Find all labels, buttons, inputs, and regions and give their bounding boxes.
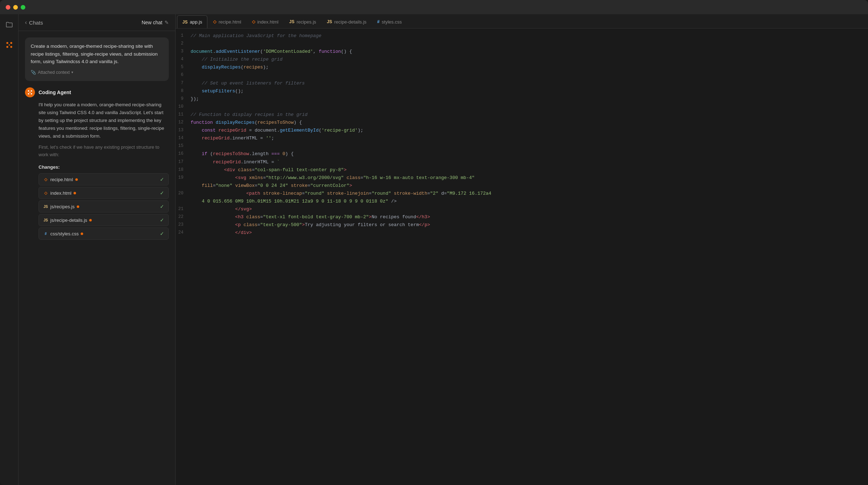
editor-tab-styles-css[interactable]: #styles.css <box>372 15 407 28</box>
editor-tab-app-js[interactable]: JSapp.js <box>177 15 207 28</box>
line-number: 1 <box>176 32 191 39</box>
editor-tab-index-html[interactable]: ◇index.html <box>247 15 283 28</box>
chat-header-left: ‹ Chats <box>25 19 43 26</box>
svg-point-1 <box>10 42 12 44</box>
change-item-name: js/recipes.js <box>50 204 75 209</box>
line-number: 5 <box>176 63 191 71</box>
minimize-button[interactable] <box>13 5 18 10</box>
change-item-name: recipe.html <box>50 177 73 182</box>
edit-icon[interactable]: ✎ <box>165 20 169 25</box>
change-item[interactable]: #css/styles.css✓ <box>39 228 169 240</box>
line-code <box>191 103 861 111</box>
code-line: 15 <box>176 142 868 150</box>
new-chat-label: New chat <box>142 20 162 25</box>
line-code <box>191 71 861 79</box>
chevron-down-icon: ▾ <box>71 70 73 75</box>
change-item-name: js/recipe-details.js <box>50 218 87 223</box>
line-code: function displayRecipes(recipesToShow) { <box>191 119 861 127</box>
sidebar-item-files[interactable] <box>3 19 16 31</box>
agent-fade-text: First, let's check if we have any existi… <box>39 144 169 159</box>
icon-sidebar <box>0 14 19 485</box>
svg-point-4 <box>9 44 10 46</box>
line-number: 14 <box>176 134 191 142</box>
change-dot <box>74 192 76 194</box>
code-line: 6 <box>176 71 868 79</box>
line-number: 18 <box>176 166 191 173</box>
code-line: 22 <h3 class="text-xl font-bold text-gra… <box>176 213 868 221</box>
chats-label[interactable]: Chats <box>29 20 43 26</box>
code-line: 4 // Initialize the recipe grid <box>176 56 868 63</box>
check-icon: ✓ <box>160 217 164 223</box>
changes-section: Changes: ◇recipe.html✓◇index.html✓JSjs/r… <box>25 164 169 240</box>
code-line: 17 recipeGrid.innerHTML = ` <box>176 158 868 166</box>
chat-panel: ‹ Chats New chat ✎ Create a modern, oran… <box>19 14 176 485</box>
tab-label: recipe-details.js <box>334 19 367 25</box>
traffic-lights <box>6 5 25 10</box>
code-line: 19 <svg xmlns="http://www.w3.org/2000/sv… <box>176 174 868 182</box>
line-code: // Initialize the recipe grid <box>191 56 861 63</box>
user-message-bubble: Create a modern, orange-themed recipe-sh… <box>25 37 169 81</box>
line-code: document.addEventListener('DOMContentLoa… <box>191 48 861 56</box>
code-line: 21 </svg> <box>176 205 868 213</box>
svg-point-7 <box>28 93 29 95</box>
editor-tab-recipes-js[interactable]: JSrecipes.js <box>284 15 321 28</box>
svg-point-5 <box>28 90 29 92</box>
code-line: 20 <path stroke-linecap="round" stroke-l… <box>176 190 868 198</box>
agent-avatar <box>25 87 35 97</box>
line-code: if (recipesToShow.length === 0) { <box>191 150 861 158</box>
svg-point-6 <box>31 90 32 92</box>
attached-context[interactable]: 📎 Attached context ▾ <box>31 69 163 76</box>
tabs-bar: JSapp.js◇recipe.html◇index.htmlJSrecipes… <box>176 14 868 29</box>
close-button[interactable] <box>6 5 10 10</box>
line-code: // Function to display recipes in the gr… <box>191 111 861 119</box>
code-line: 4 0 015.656 0M9 10h.01M15 10h.01M21 12a9… <box>176 198 868 205</box>
maximize-button[interactable] <box>21 5 25 10</box>
line-code <box>191 142 861 150</box>
change-item[interactable]: ◇recipe.html✓ <box>39 173 169 185</box>
change-item[interactable]: JSjs/recipe-details.js✓ <box>39 214 169 226</box>
change-item[interactable]: ◇index.html✓ <box>39 187 169 199</box>
line-number: 22 <box>176 213 191 220</box>
tab-label: app.js <box>190 19 202 25</box>
code-line: 13 const recipeGrid = document.getElemen… <box>176 127 868 134</box>
changes-label: Changes: <box>39 164 169 170</box>
line-number: 17 <box>176 158 191 165</box>
line-number: 2 <box>176 40 191 47</box>
line-number: 21 <box>176 205 191 213</box>
line-number: 12 <box>176 119 191 126</box>
line-code <box>191 40 861 48</box>
editor-tab-recipe-html[interactable]: ◇recipe.html <box>208 15 246 28</box>
code-line: 10 <box>176 103 868 111</box>
agent-header: Coding Agent <box>25 87 169 97</box>
tab-label: styles.css <box>382 19 402 25</box>
code-area: 1// Main application JavaScript for the … <box>176 29 868 485</box>
change-item-name: css/styles.css <box>50 231 79 236</box>
svg-point-9 <box>30 92 31 93</box>
css-file-icon: # <box>377 19 380 24</box>
code-line: 18 <div class="col-span-full text-center… <box>176 166 868 174</box>
back-icon[interactable]: ‹ <box>25 19 27 26</box>
editor-tab-recipe-details-js[interactable]: JSrecipe-details.js <box>322 15 372 28</box>
tab-label: recipe.html <box>218 19 241 25</box>
html-file-icon: ◇ <box>252 19 255 24</box>
sidebar-item-agent[interactable] <box>3 39 16 51</box>
tab-label: recipes.js <box>297 19 316 25</box>
change-item[interactable]: JSjs/recipes.js✓ <box>39 200 169 213</box>
line-number: 8 <box>176 87 191 95</box>
line-number: 6 <box>176 71 191 78</box>
code-line: 14 recipeGrid.innerHTML = ''; <box>176 134 868 142</box>
line-code: displayRecipes(recipes); <box>191 63 861 71</box>
line-code: setupFilters(); <box>191 87 861 95</box>
line-code: }); <box>191 95 861 103</box>
svg-point-0 <box>6 42 8 44</box>
changes-list: ◇recipe.html✓◇index.html✓JSjs/recipes.js… <box>39 173 169 240</box>
code-line: 11// Function to display recipes in the … <box>176 111 868 119</box>
line-code: // Main application JavaScript for the h… <box>191 32 861 40</box>
line-code: <svg xmlns="http://www.w3.org/2000/svg" … <box>191 174 861 182</box>
code-line: 23 <p class="text-gray-500">Try adjustin… <box>176 221 868 229</box>
code-line: 12function displayRecipes(recipesToShow)… <box>176 119 868 127</box>
chat-header-right: New chat ✎ <box>142 20 169 25</box>
tab-label: index.html <box>257 19 278 25</box>
change-dot <box>75 178 78 181</box>
titlebar <box>0 0 868 14</box>
